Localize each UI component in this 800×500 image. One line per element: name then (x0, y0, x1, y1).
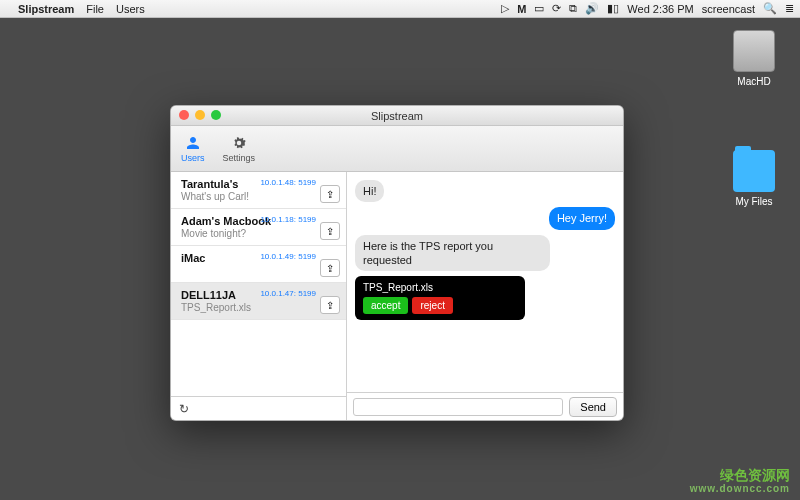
user-subtext: Movie tonight? (181, 228, 338, 239)
status-display-icon[interactable]: ▭ (534, 2, 544, 15)
user-address: 10.0.1.47: 5199 (260, 289, 316, 298)
sidebar: Tarantula'sWhat's up Carl!10.0.1.48: 519… (171, 172, 347, 420)
zoom-icon[interactable] (211, 110, 221, 120)
spotlight-icon[interactable]: 🔍 (763, 2, 777, 15)
sidebar-user-item[interactable]: Tarantula'sWhat's up Carl!10.0.1.48: 519… (171, 172, 346, 209)
chat-panel: Hi!Hey Jerry!Here is the TPS report you … (347, 172, 623, 420)
menubar-appname[interactable]: Slipstream (18, 3, 74, 15)
menubar-clock[interactable]: Wed 2:36 PM (627, 3, 693, 15)
watermark-line1: 绿色资源网 (690, 468, 790, 483)
sidebar-user-item[interactable]: Adam's MacbookMovie tonight?10.0.1.18: 5… (171, 209, 346, 246)
sidebar-user-item[interactable]: DELL11JATPS_Report.xls10.0.1.47: 5199⇪ (171, 283, 346, 320)
refresh-button[interactable]: ↻ (179, 402, 189, 416)
desktop-folder-myfiles[interactable]: My Files (726, 150, 782, 207)
status-volume-icon[interactable]: 🔊 (585, 2, 599, 15)
user-icon (184, 134, 202, 152)
send-button[interactable]: Send (569, 397, 617, 417)
sidebar-footer: ↻ (171, 396, 346, 420)
share-button[interactable]: ⇪ (320, 296, 340, 314)
message-list: Hi!Hey Jerry!Here is the TPS report you … (347, 172, 623, 392)
user-subtext: TPS_Report.xls (181, 302, 338, 313)
compose-bar: Send (347, 392, 623, 420)
menu-users[interactable]: Users (116, 3, 145, 15)
file-transfer-card: TPS_Report.xlsacceptreject (355, 276, 525, 320)
user-list: Tarantula'sWhat's up Carl!10.0.1.48: 519… (171, 172, 346, 396)
menu-file[interactable]: File (86, 3, 104, 15)
toolbar-settings-label: Settings (223, 153, 256, 163)
user-subtext: What's up Carl! (181, 191, 338, 202)
user-address: 10.0.1.48: 5199 (260, 178, 316, 187)
toolbar-users-label: Users (181, 153, 205, 163)
reject-button[interactable]: reject (412, 297, 452, 314)
desktop-drive-machd[interactable]: MacHD (726, 30, 782, 87)
share-button[interactable]: ⇪ (320, 259, 340, 277)
status-sync-icon[interactable]: ⟳ (552, 2, 561, 15)
share-button[interactable]: ⇪ (320, 222, 340, 240)
close-icon[interactable] (179, 110, 189, 120)
status-mail-icon[interactable]: M (517, 3, 526, 15)
user-address: 10.0.1.18: 5199 (260, 215, 316, 224)
message-outgoing: Hey Jerry! (549, 207, 615, 229)
message-incoming: Hi! (355, 180, 384, 202)
message-incoming: Here is the TPS report you requested (355, 235, 550, 272)
toolbar: Users Settings (171, 126, 623, 172)
status-wifi-icon[interactable]: ⧉ (569, 2, 577, 15)
macos-menubar: Slipstream File Users ▷ M ▭ ⟳ ⧉ 🔊 ▮▯ Wed… (0, 0, 800, 18)
menubar-user[interactable]: screencast (702, 3, 755, 15)
desktop-drive-label: MacHD (726, 76, 782, 87)
gear-icon (230, 134, 248, 152)
watermark-line2: www.downcc.com (690, 483, 790, 494)
window-title: Slipstream (371, 110, 423, 122)
user-address: 10.0.1.49: 5199 (260, 252, 316, 261)
notification-center-icon[interactable]: ≣ (785, 2, 794, 15)
desktop-folder-label: My Files (726, 196, 782, 207)
share-button[interactable]: ⇪ (320, 185, 340, 203)
sidebar-user-item[interactable]: iMac 10.0.1.49: 5199⇪ (171, 246, 346, 283)
status-battery-icon[interactable]: ▮▯ (607, 2, 619, 15)
minimize-icon[interactable] (195, 110, 205, 120)
harddrive-icon (733, 30, 775, 72)
message-input[interactable] (353, 398, 563, 416)
toolbar-settings[interactable]: Settings (223, 134, 256, 163)
accept-button[interactable]: accept (363, 297, 408, 314)
toolbar-users[interactable]: Users (181, 134, 205, 163)
watermark: 绿色资源网 www.downcc.com (690, 468, 790, 494)
folder-icon (733, 150, 775, 192)
status-play-icon[interactable]: ▷ (501, 2, 509, 15)
window-titlebar[interactable]: Slipstream (171, 106, 623, 126)
app-window: Slipstream Users Settings Tarantula'sWha… (170, 105, 624, 421)
file-name: TPS_Report.xls (363, 282, 517, 293)
